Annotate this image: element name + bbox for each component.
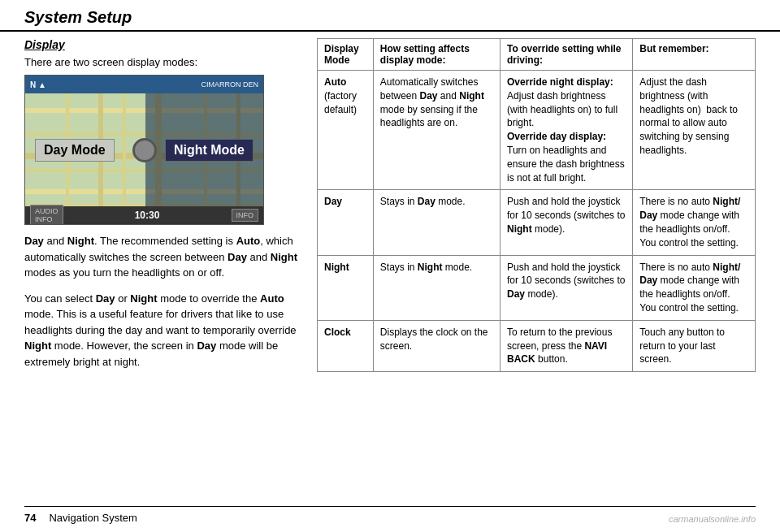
bold-auto: Auto — [236, 235, 261, 247]
bold-night4: Night — [24, 340, 51, 352]
map-overlay: Day Mode Night Mode — [25, 76, 263, 224]
body-text-2: You can select Day or Night mode to over… — [24, 291, 301, 370]
day-mode-label: Day Mode — [35, 139, 115, 162]
map-time: 10:30 — [135, 210, 160, 221]
override-clock: To return to the previous screen, press … — [500, 320, 633, 371]
left-column: Display There are two screen display mod… — [24, 38, 301, 379]
bold-day2: Day — [228, 251, 247, 263]
mode-day: Day — [318, 190, 374, 255]
joystick-icon — [132, 138, 157, 162]
page-number: 74 — [24, 512, 36, 524]
how-day: Stays in Day mode. — [373, 190, 500, 255]
bold-night3: Night — [130, 292, 157, 305]
mode-auto: Auto(factory default) — [318, 71, 374, 190]
page-wrapper: System Setup Display There are two scree… — [0, 0, 780, 532]
map-image: N ▲ CIMARRON DEN Day Mode — [24, 75, 264, 225]
table-row: Day Stays in Day mode. Push and hold the… — [318, 190, 756, 255]
col-header-how: How setting affects display mode: — [373, 39, 500, 71]
table-row: Night Stays in Night mode. Push and hold… — [318, 255, 756, 320]
mode-night: Night — [318, 255, 374, 320]
bold-auto2: Auto — [260, 292, 284, 305]
bold-night: Night — [67, 235, 94, 247]
col-header-remember: But remember: — [633, 39, 756, 71]
col-header-mode: Display Mode — [318, 39, 374, 71]
how-auto: Automatically switches between Day and N… — [373, 71, 500, 190]
audio-button[interactable]: AUDIOINFO — [30, 205, 63, 225]
page-header: System Setup — [0, 0, 780, 32]
how-night: Stays in Night mode. — [373, 255, 500, 320]
right-column: Display Mode How setting affects display… — [317, 38, 756, 379]
mode-clock: Clock — [318, 320, 374, 371]
bold-day: Day — [24, 235, 44, 247]
intro-text: There are two screen display modes: — [24, 56, 301, 68]
page-title: System Setup — [24, 8, 756, 27]
bold-day4: Day — [197, 340, 216, 352]
table-header-row: Display Mode How setting affects display… — [318, 39, 756, 71]
how-clock: Displays the clock on the screen. — [373, 320, 500, 371]
table-row: Clock Displays the clock on the screen. … — [318, 320, 756, 371]
content-area: Display There are two screen display mod… — [0, 38, 780, 379]
override-night: Push and hold the joystick for 10 second… — [500, 255, 633, 320]
map-bottom-bar: AUDIOINFO 10:30 INFO — [25, 206, 263, 224]
remember-clock: Touch any button to return to your last … — [633, 320, 756, 371]
watermark: carmanualsonline.info — [669, 514, 756, 524]
table-row: Auto(factory default) Automatically swit… — [318, 71, 756, 190]
override-day: Push and hold the joystick for 10 second… — [500, 190, 633, 255]
body-text-1: Day and Night. The recommended setting i… — [24, 233, 301, 281]
info-button[interactable]: INFO — [232, 209, 259, 222]
display-table: Display Mode How setting affects display… — [317, 38, 756, 372]
col-header-override: To override setting while driving: — [500, 39, 633, 71]
night-mode-label: Night Mode — [165, 139, 254, 162]
remember-day: There is no auto Night/ Day mode change … — [633, 190, 756, 255]
bold-day3: Day — [96, 292, 115, 305]
footer-nav-title: Navigation System — [49, 512, 136, 524]
page-footer: 74 Navigation System carmanualsonline.in… — [24, 506, 756, 524]
remember-night: There is no auto Night/ Day mode change … — [633, 255, 756, 320]
section-title: Display — [24, 38, 301, 51]
bold-night2: Night — [271, 251, 297, 263]
remember-auto: Adjust the dash brightness (with headlig… — [633, 71, 756, 190]
override-auto: Override night display: Adjust dash brig… — [500, 71, 633, 190]
